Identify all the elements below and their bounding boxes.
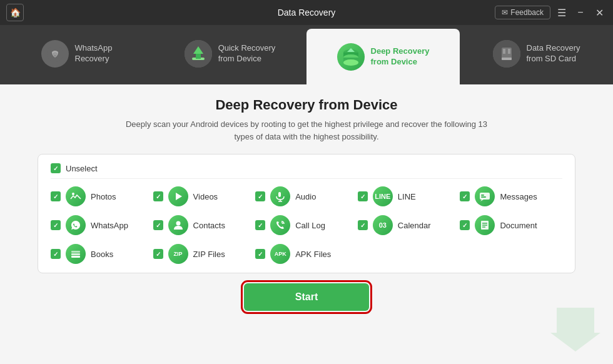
svg-rect-32 (71, 256, 80, 258)
checkbox-audio[interactable] (255, 191, 265, 201)
start-btn-wrap: Start (38, 283, 575, 311)
label-apkfiles: APK Files (295, 250, 331, 259)
unselect-label: Unselect (66, 164, 98, 173)
tab-sdcard-label: Data Recovery from SD Card (527, 43, 580, 64)
page-title: Deep Recovery from Device (38, 97, 575, 113)
data-item-messages: Messages (460, 186, 562, 206)
checkbox-videos[interactable] (153, 191, 163, 201)
icon-books (66, 244, 86, 264)
svg-point-27 (176, 221, 180, 226)
title-bar: 🏠 Data Recovery ✉ Feedback ☰ − ✕ (0, 0, 613, 25)
tab-whatsapp[interactable]: WhatsApp Recovery (0, 25, 153, 84)
checkbox-zipfiles[interactable] (153, 249, 163, 259)
menu-button[interactable]: ☰ (554, 5, 569, 20)
icon-zipfiles: ZIP (168, 244, 188, 264)
data-item-photos: Photos (51, 186, 153, 206)
tab-sdcard[interactable]: Data Recovery from SD Card (460, 25, 613, 84)
label-whatsapp: WhatsApp (91, 221, 128, 230)
tab-whatsapp-icon (41, 40, 69, 68)
icon-contacts (168, 215, 188, 235)
icon-document (475, 215, 495, 235)
icon-line: LINE (373, 186, 393, 206)
svg-marker-19 (176, 193, 182, 200)
label-photos: Photos (91, 192, 116, 201)
label-calllog: Call Log (295, 221, 325, 230)
data-item-line: LINE LINE (358, 186, 460, 206)
data-item-books: Books (51, 244, 153, 264)
svg-point-11 (343, 59, 358, 66)
data-item-contacts: Contacts (153, 215, 256, 235)
svg-rect-17 (502, 58, 512, 60)
unselect-row: Unselect (51, 163, 562, 179)
data-item-calllog: Call Log (255, 215, 358, 235)
checkbox-calendar[interactable] (358, 220, 368, 230)
checkbox-contacts[interactable] (153, 220, 163, 230)
svg-rect-24 (481, 195, 484, 196)
feedback-icon: ✉ (502, 8, 508, 17)
svg-rect-23 (480, 193, 490, 200)
label-contacts: Contacts (193, 221, 225, 230)
svg-rect-20 (278, 192, 281, 197)
label-zipfiles: ZIP Files (193, 250, 225, 259)
data-item-whatsapp: WhatsApp (51, 215, 153, 235)
tab-quick-label: Quick Recovery from Device (218, 43, 276, 64)
data-item-zipfiles: ZIP ZIP Files (153, 244, 256, 264)
tab-deep-icon (337, 43, 365, 71)
label-document: Document (500, 221, 537, 230)
label-audio: Audio (295, 192, 316, 201)
tab-sdcard-icon (493, 40, 520, 68)
svg-point-1 (53, 53, 56, 56)
icon-audio (270, 186, 290, 206)
feedback-label: Feedback (510, 8, 544, 17)
icon-videos (168, 186, 188, 206)
checkbox-photos[interactable] (51, 191, 61, 201)
icon-calllog (270, 215, 290, 235)
svg-rect-5 (196, 54, 201, 59)
svg-rect-33 (71, 253, 80, 255)
data-item-calendar: 03 Calendar (358, 215, 460, 235)
data-item-apkfiles: APK APK Files (255, 244, 358, 264)
label-messages: Messages (500, 192, 537, 201)
home-button[interactable]: 🏠 (6, 4, 24, 21)
label-books: Books (91, 250, 113, 259)
svg-marker-35 (550, 308, 600, 351)
checkbox-whatsapp[interactable] (51, 220, 61, 230)
icon-calendar: 03 (373, 215, 393, 235)
icon-whatsapp (66, 215, 86, 235)
tab-bar: WhatsApp Recovery Quick Recovery from De… (0, 25, 613, 84)
close-button[interactable]: ✕ (592, 5, 607, 20)
icon-apkfiles: APK (270, 244, 290, 264)
page-description: Deeply scan your Android devices by root… (38, 118, 575, 143)
feedback-button[interactable]: ✉ Feedback (495, 6, 550, 19)
app-title: Data Recovery (278, 8, 336, 18)
label-line: LINE (398, 192, 416, 201)
svg-rect-25 (481, 196, 486, 198)
data-types-grid: Photos Videos (51, 186, 562, 264)
checkbox-messages[interactable] (460, 191, 470, 201)
checkbox-apkfiles[interactable] (255, 249, 265, 259)
checkbox-document[interactable] (460, 220, 470, 230)
tab-deep-label: Deep Recovery from Device (371, 46, 430, 68)
main-content: Deep Recovery from Device Deeply scan yo… (0, 84, 613, 364)
label-videos: Videos (193, 192, 218, 201)
checkbox-books[interactable] (51, 249, 61, 259)
tab-quick[interactable]: Quick Recovery from Device (153, 25, 306, 84)
tab-quick-icon (185, 40, 212, 68)
svg-point-18 (72, 193, 74, 195)
window-controls: ✉ Feedback ☰ − ✕ (495, 5, 607, 20)
icon-photos (66, 186, 86, 206)
svg-rect-15 (503, 49, 505, 54)
selection-panel: Unselect Photos (38, 154, 575, 273)
svg-marker-26 (480, 200, 484, 201)
watermark-arrow (550, 301, 600, 351)
tab-deep[interactable]: Deep Recovery from Device (306, 29, 460, 84)
data-item-videos: Videos (153, 186, 256, 206)
checkbox-line[interactable] (358, 191, 368, 201)
label-calendar: Calendar (398, 221, 431, 230)
start-button[interactable]: Start (244, 283, 369, 311)
svg-rect-16 (508, 49, 510, 54)
checkbox-calllog[interactable] (255, 220, 265, 230)
data-item-audio: Audio (255, 186, 358, 206)
unselect-checkbox[interactable] (51, 163, 61, 173)
minimize-button[interactable]: − (573, 5, 588, 20)
